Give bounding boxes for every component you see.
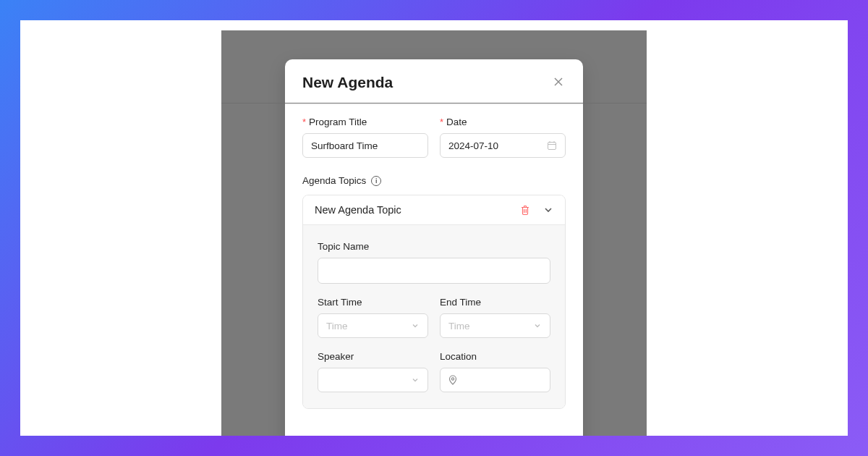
location-input[interactable] — [440, 368, 550, 392]
agenda-topics-label: Agenda Topics i — [302, 175, 566, 186]
backdrop: New Agenda * Program Title — [221, 30, 647, 436]
modal-title: New Agenda — [302, 74, 393, 91]
end-time-label: End Time — [440, 297, 550, 308]
chevron-down-icon — [411, 321, 420, 330]
backdrop-divider — [221, 103, 647, 104]
info-icon[interactable]: i — [371, 176, 381, 186]
modal-body: * Program Title * Date — [285, 105, 583, 423]
required-marker: * — [302, 117, 306, 127]
location-pin-icon — [448, 375, 457, 385]
trash-icon[interactable] — [520, 205, 530, 216]
program-title-input[interactable] — [302, 133, 428, 158]
topic-body: Topic Name Start Time Time — [303, 225, 565, 408]
speaker-select[interactable] — [318, 368, 428, 392]
svg-rect-2 — [548, 143, 556, 150]
location-label: Location — [440, 351, 550, 362]
topic-header[interactable]: New Agenda Topic — [303, 195, 565, 225]
app-frame: New Agenda * Program Title — [20, 20, 848, 436]
new-agenda-modal: New Agenda * Program Title — [285, 59, 583, 436]
agenda-topic-card: New Agenda Topic — [302, 195, 566, 409]
start-time-label: Start Time — [318, 297, 428, 308]
chevron-down-icon — [411, 376, 420, 384]
start-time-select[interactable]: Time — [318, 313, 428, 338]
end-time-select[interactable]: Time — [440, 313, 550, 338]
chevron-down-icon[interactable] — [543, 205, 553, 215]
topic-name-label: Topic Name — [318, 241, 550, 252]
topic-name-input[interactable] — [318, 258, 550, 284]
speaker-label: Speaker — [318, 351, 428, 362]
chevron-down-icon — [533, 321, 542, 330]
modal-header: New Agenda — [285, 59, 583, 105]
required-marker: * — [440, 117, 443, 127]
svg-point-8 — [451, 378, 454, 380]
date-input[interactable] — [440, 133, 566, 158]
date-label: * Date — [440, 117, 566, 127]
topic-title: New Agenda Topic — [315, 204, 401, 216]
close-icon[interactable] — [553, 76, 566, 89]
calendar-icon — [547, 140, 557, 151]
program-title-label: * Program Title — [302, 117, 428, 127]
